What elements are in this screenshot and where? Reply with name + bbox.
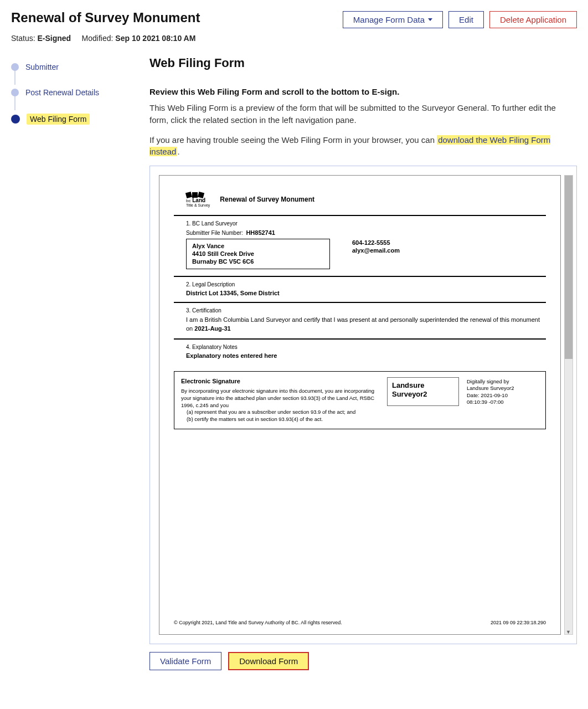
sidebar-item-post-renewal[interactable]: Post Renewal Details: [11, 84, 138, 109]
main-heading: Web Filing Form: [149, 56, 577, 70]
main-content: Web Filing Form Review this Web Filing F…: [149, 56, 577, 670]
delete-application-button[interactable]: Delete Application: [489, 11, 577, 28]
review-instruction: Review this Web Filing Form and scroll t…: [149, 87, 577, 96]
file-number-label: Submitter File Number:: [186, 230, 243, 236]
page-title: Renewal of Survey Monument: [11, 10, 200, 25]
section-4-heading: 4. Explanatory Notes: [186, 344, 546, 350]
pdf-viewer: bc Land Title & Survey Renewal of Survey…: [149, 166, 577, 644]
signature-details: Digitally signed by Landsure Surveyor2 D…: [467, 377, 539, 423]
signature-clause-a: (a) represent that you are a subscriber …: [187, 409, 379, 416]
surveyor-contact: 604-122-5555 alyx@email.com: [352, 239, 400, 269]
edit-button[interactable]: Edit: [448, 11, 484, 28]
certification-text: I am a British Columbia Land Surveyor an…: [186, 316, 546, 333]
sidebar-item-web-filing[interactable]: Web Filing Form: [11, 109, 138, 129]
status-line: Status: E-Signed Modified: Sep 10 2021 0…: [11, 34, 577, 43]
bc-land-logo-icon: bc Land Title & Survey: [186, 191, 210, 207]
signature-body: By incorporating your electronic signatu…: [181, 388, 374, 408]
trouble-line: If you are having trouble seeing the Web…: [149, 134, 577, 158]
sidebar-item-submitter[interactable]: Submitter: [11, 58, 138, 84]
modified-label: Modified:: [82, 34, 114, 43]
footer-copyright: © Copyright 2021, Land Title and Survey …: [174, 620, 342, 625]
section-2-heading: 2. Legal Description: [186, 281, 546, 287]
sidebar-item-label: Submitter: [25, 63, 59, 71]
signature-title: Electronic Signature: [181, 377, 379, 386]
section-3-heading: 3. Certification: [186, 307, 546, 314]
surveyor-address-box: Alyx Vance 4410 Still Creek Drive Burnab…: [186, 239, 330, 269]
signature-clause-b: (b) certify the matters set out in secti…: [187, 416, 379, 423]
status-value: E-Signed: [37, 34, 71, 43]
description-text: This Web Filing Form is a preview of the…: [149, 102, 577, 126]
footer-timestamp: 2021 09 09 22:39:18.290: [491, 620, 546, 625]
legal-description: District Lot 13345, Some District: [186, 290, 546, 296]
pdf-page: bc Land Title & Survey Renewal of Survey…: [159, 175, 561, 635]
pdf-scrollbar[interactable]: [564, 175, 573, 635]
explanatory-notes: Explanatory notes entered here: [186, 352, 546, 359]
validate-form-button[interactable]: Validate Form: [149, 652, 221, 670]
signature-box: Electronic Signature By incorporating yo…: [174, 371, 546, 429]
chevron-down-icon: [428, 18, 432, 21]
dot: .: [177, 147, 179, 156]
modified-value: Sep 10 2021 08:10 AM: [115, 34, 195, 43]
signer-name: Landsure Surveyor2: [387, 377, 459, 406]
section-1-heading: 1. BC Land Surveyor: [186, 220, 546, 227]
sidebar: Submitter Post Renewal Details Web Filin…: [11, 56, 138, 670]
step-dot-icon: [11, 115, 20, 124]
trouble-prefix: If you are having trouble seeing the Web…: [149, 135, 437, 145]
step-dot-icon: [11, 63, 19, 71]
manage-form-data-button[interactable]: Manage Form Data: [343, 11, 443, 28]
download-form-button[interactable]: Download Form: [228, 652, 309, 670]
sidebar-item-label: Post Renewal Details: [25, 88, 99, 97]
sidebar-item-label: Web Filing Form: [27, 114, 90, 125]
file-number-value: HH852741: [246, 229, 275, 236]
manage-label: Manage Form Data: [353, 15, 425, 24]
header-buttons: Manage Form Data Edit Delete Application: [343, 11, 577, 28]
pdf-title: Renewal of Survey Monument: [220, 196, 314, 203]
scrollbar-thumb[interactable]: [565, 176, 572, 359]
status-label: Status:: [11, 34, 35, 43]
step-dot-icon: [11, 89, 19, 96]
